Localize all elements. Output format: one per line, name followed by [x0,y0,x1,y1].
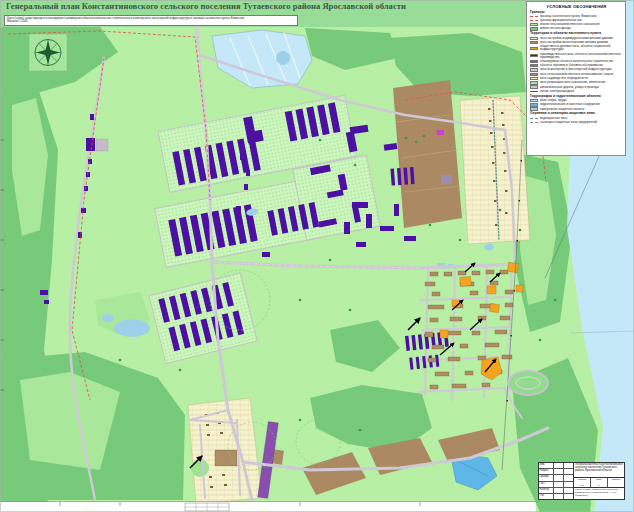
page-title: Генеральный план Константиновского сельс… [6,2,476,11]
legend-swatch [530,16,538,17]
legend-swatch [530,41,538,44]
stamp-row-label: Изм. [539,463,554,468]
scale-bar [185,503,229,511]
legend-label: общественно-деловая зона, объекты социал… [540,45,623,51]
utility-building [441,175,452,184]
legend-swatch [530,47,538,50]
general-plan-map-sheet: Генеральный план Константиновского сельс… [0,0,634,512]
legend-swatch [530,118,538,119]
stamp-project-title: Генеральный план Константиновского сельс… [574,463,624,478]
legend-row: линии электропередачи [530,90,623,93]
map-subtitle: Карта (схема) существующего и планируемо… [4,15,298,26]
legend-label: зона рекреационного назначения, озеленен… [540,81,605,84]
legend-swatch [530,122,538,123]
stamp-signature-rows: Изм. Разраб. Провер. ГИП Н.контр. Утв. [539,463,574,499]
lake [114,319,150,337]
legend-row: производственная зона, объекты сельскохо… [530,53,623,59]
legend-swatch [530,81,538,84]
legend-swatch [530,60,538,63]
legend-rows: Границы граница населенного пункта Фомин… [530,11,623,124]
stamp-sheet-label: Лист [591,478,607,481]
legend-swatch [530,103,538,106]
legend-label: линии электропередачи [540,90,574,93]
legend-label: земли лесного фонда [540,27,571,30]
stamp-row-label: Н.контр. [539,488,554,493]
legend-row: земли лесного фонда [530,27,623,30]
legend-swatch [530,85,538,88]
stamp-row-label: Разраб. [539,469,554,474]
stadium [508,371,548,395]
legend-swatch [530,20,538,21]
legend-row: прибрежные защитные полосы [530,107,623,110]
stamp-row-label: ГИП [539,482,554,487]
legend-label: санитарно-защитные зоны предприятий [540,121,597,124]
compass-rose [29,34,67,71]
stamp-row-label: Провер. [539,475,554,480]
legend-swatch [530,37,538,40]
title-block: Изм. Разраб. Провер. ГИП Н.контр. Утв. Г… [538,462,625,500]
legend-row: общественно-деловая зона, объекты социал… [530,45,623,51]
legend-swatch [530,68,538,71]
stamp-doc-name: Карта (схема) размещения объектов капита… [574,488,624,499]
stamp-row: Утв. [539,494,573,499]
legend-swatch [530,73,538,76]
legend-swatch [530,64,538,67]
legend-swatch [530,54,538,57]
legend-row: санитарно-защитные зоны предприятий [530,121,623,124]
planned-trade-object [437,130,444,135]
legend-swatch [530,27,538,30]
legend-label: прибрежные защитные полосы [540,108,584,111]
legend-label: гидротехнические и очистные сооружения [540,103,600,106]
legend-swatch [530,107,538,110]
legend-title: УСЛОВНЫЕ ОБОЗНАЧЕНИЯ [530,4,623,9]
legend-panel: УСЛОВНЫЕ ОБОЗНАЧЕНИЯ Границы граница нас… [526,1,626,156]
stamp-sheets-label: Листов [608,478,624,481]
legend-swatch [530,23,538,26]
stamp-stage-label: Стадия [574,478,590,481]
legend-swatch [530,91,538,92]
subtitle-line2: Масштаб 1:2000 [7,20,295,23]
stamp-sheet-value: 1 [591,484,607,487]
legend-label: производственная зона, объекты сельскохо… [540,53,623,59]
parking-lot [96,139,108,151]
legend-swatch [530,99,538,102]
stamp-row-label: Утв. [539,494,554,499]
legend-swatch [530,77,538,80]
stamp-stage-value: ГП [574,484,590,487]
